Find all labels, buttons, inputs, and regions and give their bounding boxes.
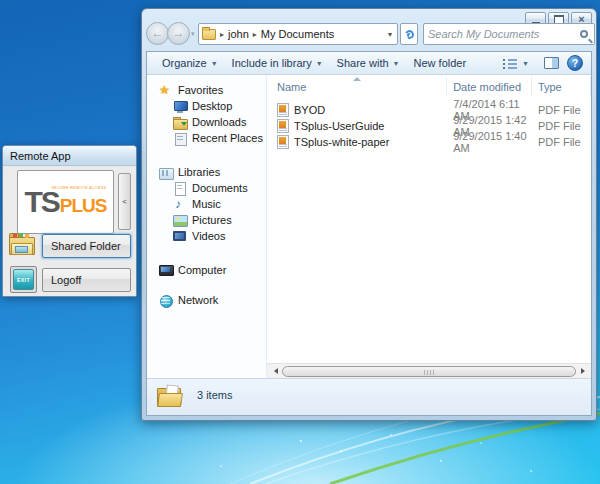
new-folder-button[interactable]: New folder (407, 55, 474, 71)
desktop-background: × ← → ▾ ▸ john ▸ My Documents ▾ (0, 0, 600, 484)
search-input[interactable] (428, 28, 580, 40)
file-name-cell: BYOD (267, 103, 447, 117)
desktop-label: Desktop (192, 100, 232, 112)
column-header-name[interactable]: Name (267, 77, 447, 96)
file-name-cell: TSplus-white-paper (267, 135, 447, 149)
file-type: PDF File (532, 120, 591, 132)
organize-label: Organize (162, 57, 207, 69)
breadcrumb-arrow-icon[interactable]: ▸ (216, 30, 228, 39)
pdf-file-icon (277, 103, 289, 117)
shared-folder-button[interactable]: Shared Folder (42, 234, 131, 258)
documents-label: Documents (192, 182, 248, 194)
sidebar-item-recent-places[interactable]: Recent Places (147, 130, 266, 146)
sidebar-item-documents[interactable]: Documents (147, 180, 266, 196)
include-in-library-menu[interactable]: Include in library ▼ (225, 55, 330, 71)
status-bar: 3 items (147, 378, 591, 415)
chevron-down-icon: ▼ (316, 60, 323, 67)
sidebar-item-libraries[interactable]: Libraries (147, 164, 266, 180)
folder-icon (157, 385, 185, 409)
share-label: Share with (337, 57, 389, 69)
sidebar-item-network[interactable]: Network (147, 292, 266, 308)
name-header-label: Name (277, 81, 306, 93)
file-name: TSplus-white-paper (294, 136, 389, 148)
include-label: Include in library (232, 57, 312, 69)
sidebar-item-desktop[interactable]: Desktop (147, 98, 266, 114)
logo-tagline: SECURE REMOTE ACCESS (52, 186, 107, 190)
remote-app-title: Remote App (10, 150, 71, 162)
sidebar-item-computer[interactable]: Computer (147, 262, 266, 278)
remote-app-window: Remote App TS PLUS SECURE REMOTE ACCESS … (2, 145, 137, 297)
file-row-tsplus-white-paper[interactable]: TSplus-white-paper 9/29/2015 1:40 AM PDF… (267, 134, 591, 150)
refresh-button[interactable] (400, 23, 418, 45)
history-dropdown-icon[interactable]: ▾ (191, 30, 195, 38)
file-name-cell: TSplus-UserGuide (267, 119, 447, 133)
column-header-type[interactable]: Type (532, 77, 591, 96)
desktop-icon (173, 100, 187, 113)
pdf-file-icon (277, 135, 289, 149)
shared-folder-icon[interactable] (8, 230, 38, 260)
scroll-left-arrow[interactable] (267, 364, 281, 378)
scroll-right-arrow[interactable] (577, 364, 591, 378)
network-label: Network (178, 294, 218, 306)
back-button[interactable]: ← (146, 22, 169, 45)
file-list: Name Date modified Type (267, 75, 591, 363)
search-box[interactable] (423, 23, 595, 45)
sidebar-item-pictures[interactable]: Pictures (147, 212, 266, 228)
libraries-label: Libraries (178, 166, 220, 178)
breadcrumb-my-documents[interactable]: My Documents (261, 28, 334, 40)
item-count: 3 items (197, 386, 232, 401)
pdf-file-icon (277, 119, 289, 133)
file-date: 9/29/2015 1:40 AM (447, 130, 532, 154)
network-icon (159, 294, 173, 307)
chevron-left-icon: < (122, 197, 127, 206)
horizontal-scrollbar[interactable] (267, 363, 591, 378)
file-name: TSplus-UserGuide (294, 120, 384, 132)
explorer-main: Favorites Desktop Downloads Recent (147, 75, 591, 378)
address-dropdown-icon[interactable]: ▾ (386, 30, 394, 39)
preview-pane-button[interactable] (544, 57, 559, 69)
forward-button[interactable]: → (167, 22, 190, 45)
chevron-down-icon: ▼ (211, 60, 218, 67)
remote-app-body: TS PLUS SECURE REMOTE ACCESS < Shared Fo… (3, 166, 136, 297)
music-icon (173, 198, 187, 211)
sidebar-item-favorites[interactable]: Favorites (147, 82, 266, 98)
organize-menu[interactable]: Organize ▼ (155, 55, 225, 71)
views-icon (503, 58, 517, 69)
toolbar-right-icons: ▼ ? (496, 55, 583, 71)
file-type: PDF File (532, 104, 591, 116)
remote-app-titlebar[interactable]: Remote App (3, 146, 136, 166)
type-header-label: Type (538, 81, 562, 93)
logo-ts-text: TS (24, 187, 58, 217)
help-icon[interactable]: ? (567, 55, 583, 71)
logoff-button[interactable]: Logoff (42, 268, 131, 292)
sidebar-item-downloads[interactable]: Downloads (147, 114, 266, 130)
favorites-label: Favorites (178, 84, 223, 96)
navigation-bar: ← → ▾ ▸ john ▸ My Documents ▾ (142, 21, 596, 47)
pictures-label: Pictures (192, 214, 232, 226)
share-with-menu[interactable]: Share with ▼ (330, 55, 407, 71)
sidebar-item-videos[interactable]: Videos (147, 228, 266, 244)
column-header-date-modified[interactable]: Date modified (447, 77, 532, 96)
music-label: Music (192, 198, 221, 210)
file-list-area: Name Date modified Type (267, 75, 591, 378)
star-icon (159, 84, 173, 97)
pictures-icon (173, 214, 187, 227)
sidebar-item-music[interactable]: Music (147, 196, 266, 212)
new-folder-label: New folder (414, 57, 467, 69)
scrollbar-thumb[interactable] (282, 366, 576, 377)
address-bar[interactable]: ▸ john ▸ My Documents ▾ (198, 23, 398, 45)
navigation-pane: Favorites Desktop Downloads Recent (147, 75, 267, 378)
sort-ascending-icon (353, 77, 361, 81)
file-row-tsplus-userguide[interactable]: TSplus-UserGuide 9/29/2015 1:42 AM PDF F… (267, 118, 591, 134)
logoff-icon[interactable]: EXIT (10, 266, 37, 293)
refresh-icon (403, 28, 415, 40)
videos-label: Videos (192, 230, 225, 242)
downloads-label: Downloads (192, 116, 246, 128)
breadcrumb-john[interactable]: john (228, 28, 249, 40)
logo-plus-text: PLUS (60, 196, 107, 215)
file-row-byod[interactable]: BYOD 7/4/2014 6:11 AM PDF File (267, 102, 591, 118)
explorer-window: × ← → ▾ ▸ john ▸ My Documents ▾ (141, 8, 597, 421)
breadcrumb-arrow-icon[interactable]: ▸ (249, 30, 261, 39)
collapse-panel-button[interactable]: < (118, 173, 131, 230)
change-view-button[interactable]: ▼ (496, 56, 536, 71)
